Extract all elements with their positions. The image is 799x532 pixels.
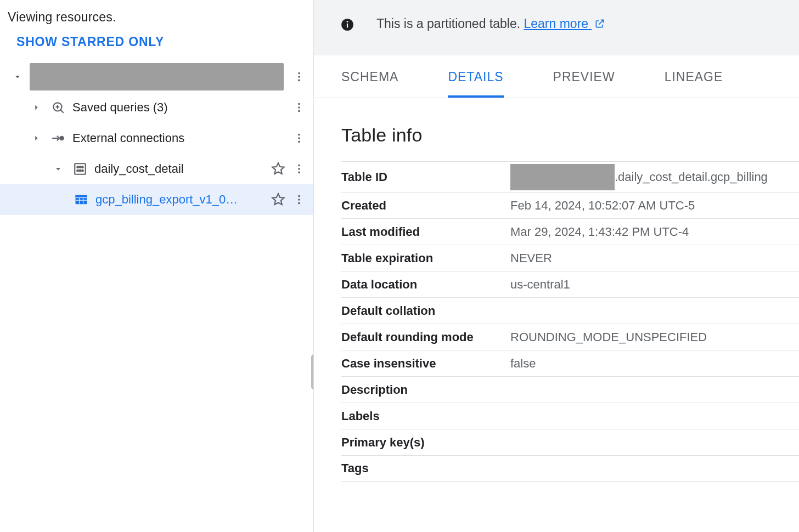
info-row-description: Description	[341, 376, 799, 403]
tab-bar: SCHEMA DETAILS PREVIEW LINEAGE	[314, 55, 799, 98]
svg-point-13	[298, 141, 300, 143]
info-row-labels: Labels	[341, 403, 799, 429]
star-button[interactable]	[267, 189, 289, 211]
saved-queries-label: Saved queries (3)	[72, 100, 289, 115]
svg-point-7	[298, 103, 300, 105]
svg-point-12	[298, 137, 300, 139]
svg-point-1	[298, 76, 300, 78]
expand-icon[interactable]	[24, 95, 48, 120]
more-actions-button[interactable]	[289, 159, 309, 179]
info-key: Default collation	[341, 304, 510, 318]
tree-row-table[interactable]: gcp_billing_export_v1_0…	[0, 184, 313, 215]
svg-point-23	[298, 172, 300, 174]
svg-point-11	[298, 134, 300, 136]
svg-point-8	[298, 106, 300, 109]
info-key: Data location	[341, 278, 510, 292]
tab-schema[interactable]: SCHEMA	[341, 70, 398, 98]
info-row-tags: Tags	[341, 455, 799, 482]
external-link-icon	[594, 18, 605, 32]
section-heading-table-info: Table info	[314, 98, 799, 161]
info-key: Primary key(s)	[341, 435, 510, 450]
info-key: Description	[341, 383, 510, 397]
svg-point-0	[298, 72, 300, 75]
info-row-table-id: Table ID .daily_cost_detail.gcp_billing	[341, 161, 799, 192]
tree-row-project[interactable]	[0, 61, 313, 92]
info-row-default-collation: Default collation	[341, 297, 799, 324]
external-connections-label: External connections	[72, 131, 289, 145]
tree-row-dataset[interactable]: daily_cost_detail	[0, 154, 313, 184]
svg-point-35	[347, 21, 348, 22]
dataset-label: daily_cost_detail	[94, 162, 267, 176]
learn-more-label: Learn more	[524, 16, 588, 31]
info-row-case-insensitive: Case insensitive false	[341, 350, 799, 376]
table-icon	[71, 190, 91, 210]
svg-point-31	[298, 199, 300, 201]
info-row-last-modified: Last modified Mar 29, 2024, 1:43:42 PM U…	[341, 218, 799, 245]
svg-point-19	[80, 170, 81, 172]
info-row-table-expiration: Table expiration NEVER	[341, 245, 799, 271]
info-key: Default rounding mode	[341, 330, 510, 344]
more-actions-button[interactable]	[289, 190, 309, 210]
info-key: Table ID	[341, 170, 510, 184]
tab-preview[interactable]: PREVIEW	[553, 70, 615, 98]
info-val: Mar 29, 2024, 1:43:42 PM UTC-4	[510, 225, 799, 239]
svg-line-4	[60, 110, 63, 112]
info-row-created: Created Feb 14, 2024, 10:52:07 AM UTC-5	[341, 192, 799, 218]
svg-point-18	[77, 170, 78, 172]
more-actions-button[interactable]	[289, 67, 309, 87]
table-id-redacted	[510, 164, 615, 190]
tree-row-external-connections[interactable]: External connections	[0, 123, 313, 154]
show-starred-only-button[interactable]: SHOW STARRED ONLY	[0, 29, 313, 58]
banner-text: This is a partitioned table. Learn more	[376, 16, 605, 32]
info-key: Tags	[341, 461, 510, 476]
svg-rect-14	[75, 163, 86, 174]
main-panel: This is a partitioned table. Learn more …	[314, 0, 799, 532]
external-connections-icon	[48, 128, 68, 148]
svg-rect-25	[76, 195, 87, 198]
expand-icon[interactable]	[24, 126, 48, 150]
svg-point-32	[298, 202, 300, 205]
saved-queries-icon	[48, 98, 68, 117]
tab-details[interactable]: DETAILS	[448, 70, 503, 98]
info-key: Created	[341, 199, 510, 213]
more-actions-button[interactable]	[289, 128, 309, 148]
table-id-suffix: .daily_cost_detail.gcp_billing	[615, 170, 768, 184]
info-key: Labels	[341, 409, 510, 423]
tree-row-saved-queries[interactable]: Saved queries (3)	[0, 92, 313, 123]
svg-point-22	[298, 168, 300, 170]
svg-point-9	[298, 110, 300, 112]
svg-point-2	[298, 80, 300, 82]
learn-more-link[interactable]: Learn more	[524, 16, 605, 31]
info-val: ROUNDING_MODE_UNSPECIFIED	[510, 330, 799, 344]
dataset-icon	[70, 159, 90, 179]
banner-text-content: This is a partitioned table.	[376, 16, 524, 31]
table-info: Table ID .daily_cost_detail.gcp_billing …	[341, 161, 799, 482]
info-key: Last modified	[341, 225, 510, 239]
svg-point-20	[82, 170, 83, 172]
svg-rect-34	[347, 23, 348, 27]
collapse-icon[interactable]	[5, 65, 30, 89]
info-row-data-location: Data location us-central1	[341, 271, 799, 297]
svg-point-15	[77, 166, 78, 168]
info-val: false	[510, 356, 799, 371]
info-val: Feb 14, 2024, 10:52:07 AM UTC-5	[510, 199, 799, 213]
partitioned-table-banner: This is a partitioned table. Learn more	[314, 0, 799, 55]
info-val: NEVER	[510, 251, 799, 265]
scrollbar-thumb[interactable]	[311, 354, 314, 389]
info-key: Case insensitive	[341, 356, 510, 371]
status-text: Viewing resources.	[0, 0, 313, 29]
svg-point-30	[298, 195, 300, 197]
explorer-sidebar: Viewing resources. SHOW STARRED ONLY	[0, 0, 314, 532]
info-row-default-rounding-mode: Default rounding mode ROUNDING_MODE_UNSP…	[341, 324, 799, 350]
svg-point-16	[80, 166, 81, 168]
project-name-redacted	[30, 63, 284, 90]
resource-tree: Saved queries (3) External connections	[0, 58, 313, 215]
star-button[interactable]	[267, 158, 289, 180]
tab-lineage[interactable]: LINEAGE	[665, 70, 723, 98]
info-row-primary-keys: Primary key(s)	[341, 429, 799, 455]
more-actions-button[interactable]	[289, 98, 309, 117]
info-key: Table expiration	[341, 251, 510, 265]
collapse-icon[interactable]	[46, 157, 70, 181]
svg-point-21	[298, 165, 300, 167]
table-label: gcp_billing_export_v1_0…	[95, 193, 267, 207]
